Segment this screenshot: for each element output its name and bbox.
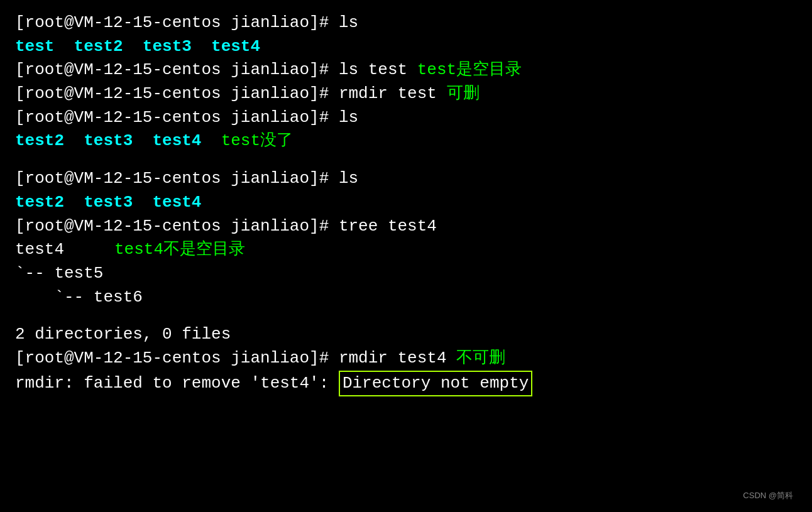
terminal-line-1: [root@VM-12-15-centos jianliao]# ls: [15, 11, 797, 35]
watermark: CSDN @简科: [743, 490, 793, 502]
output-13: 2 directories, 0 files: [15, 323, 231, 347]
spacer-1: [15, 153, 797, 167]
annotation-4: 可删: [447, 82, 480, 106]
prompt-3: [root@VM-12-15-centos jianliao]#: [15, 58, 339, 82]
spacer-2: [15, 309, 797, 323]
terminal-line-14: [root@VM-12-15-centos jianliao]# rmdir t…: [15, 347, 797, 371]
terminal-line-3: [root@VM-12-15-centos jianliao]# ls test…: [15, 58, 797, 82]
prompt-14: [root@VM-12-15-centos jianliao]#: [15, 347, 339, 371]
output-10: test4: [15, 238, 64, 262]
prompt-5: [root@VM-12-15-centos jianliao]#: [15, 106, 339, 130]
terminal-line-12: `-- test6: [15, 286, 797, 310]
terminal-line-10: test4test4不是空目录: [15, 238, 797, 262]
annotation-6: test没了: [201, 129, 293, 153]
terminal-line-15: rmdir: failed to remove 'test4': Directo…: [15, 371, 797, 397]
terminal-line-11: `-- test5: [15, 262, 797, 286]
terminal-line-5: [root@VM-12-15-centos jianliao]# ls: [15, 106, 797, 130]
cmd-3: ls test: [339, 58, 417, 82]
terminal-line-7: [root@VM-12-15-centos jianliao]# ls: [15, 167, 797, 191]
annotation-14: 不可删: [456, 347, 505, 371]
prompt-9: [root@VM-12-15-centos jianliao]#: [15, 215, 339, 239]
output-cyan-6: test2 test3 test4: [15, 129, 201, 153]
annotation-10: test4不是空目录: [114, 238, 245, 262]
prompt-4: [root@VM-12-15-centos jianliao]#: [15, 82, 339, 106]
cmd-5: ls: [339, 106, 358, 130]
cmd-14: rmdir test4: [339, 347, 456, 371]
output-11: `-- test5: [15, 262, 103, 286]
cmd-4: rmdir test: [339, 82, 447, 106]
cmd-7: ls: [339, 167, 358, 191]
terminal-line-8: test2 test3 test4: [15, 191, 797, 215]
prompt-7: [root@VM-12-15-centos jianliao]#: [15, 167, 339, 191]
cmd-9: tree test4: [339, 215, 437, 239]
output-prefix-15: rmdir: failed to remove 'test4':: [15, 372, 339, 396]
terminal-line-13: 2 directories, 0 files: [15, 323, 797, 347]
terminal-line-9: [root@VM-12-15-centos jianliao]# tree te…: [15, 215, 797, 239]
annotation-3: test是空目录: [417, 58, 522, 82]
terminal-line-6: test2 test3 test4 test没了: [15, 129, 797, 153]
highlighted-error: Directory not empty: [339, 371, 532, 397]
prompt-1: [root@VM-12-15-centos jianliao]#: [15, 11, 339, 35]
output-12: `-- test6: [15, 286, 143, 310]
cmd-1: ls: [339, 11, 358, 35]
terminal: [root@VM-12-15-centos jianliao]# ls test…: [15, 11, 797, 506]
output-cyan-8: test2 test3 test4: [15, 191, 201, 215]
terminal-line-4: [root@VM-12-15-centos jianliao]# rmdir t…: [15, 82, 797, 106]
terminal-line-2: test test2 test3 test4: [15, 35, 797, 59]
output-cyan-2: test test2 test3 test4: [15, 35, 260, 59]
